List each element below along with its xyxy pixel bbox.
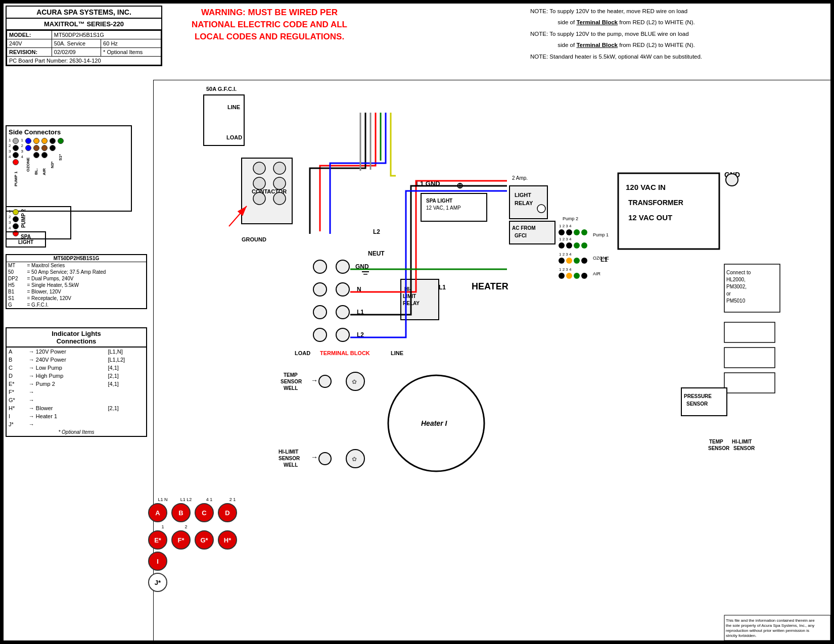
svg-rect-5	[242, 158, 292, 224]
svg-point-60	[559, 258, 565, 264]
ind-e: E*	[148, 530, 167, 550]
n3-label: N3*	[50, 152, 55, 177]
svg-text:L1 GND: L1 GND	[416, 180, 440, 187]
svg-text:Pump 1: Pump 1	[593, 232, 609, 237]
svg-rect-36	[421, 193, 487, 221]
table-row: F*→	[7, 388, 146, 396]
svg-rect-90	[724, 322, 775, 342]
ind-d: D	[218, 503, 237, 522]
warning-line1: WARNING: MUST BE WIRED PER	[173, 7, 365, 19]
ozone-label: OZONE	[26, 152, 30, 177]
svg-text:L2: L2	[357, 331, 364, 338]
blower-dots: BL.	[33, 138, 39, 184]
header-box: ACURA SPA SYSTEMS, INC. MAXITROL™ SERIES…	[6, 6, 162, 66]
ind-b: B	[171, 503, 191, 522]
svg-text:reproduction without prior wri: reproduction without prior written permi…	[726, 628, 809, 633]
svg-text:12 VAC OUT: 12 VAC OUT	[628, 213, 672, 222]
pump1-dot4	[13, 159, 19, 165]
ozone-dot1	[25, 138, 31, 144]
svg-text:⊕: ⊕	[456, 181, 463, 190]
note2: NOTE: To supply 120V to the pump, move B…	[530, 29, 828, 38]
note1: NOTE: To supply 120V to the heater, move…	[530, 7, 828, 16]
svg-point-111	[319, 453, 331, 465]
svg-text:12 VAC, 1 AMP: 12 VAC, 1 AMP	[426, 205, 461, 211]
decode-header: MT50DP2H5B1S1G	[7, 255, 146, 262]
pump1-label: PUMP 1	[14, 166, 18, 191]
svg-point-105	[346, 372, 364, 390]
svg-rect-4	[204, 95, 244, 145]
svg-text:L1: L1	[600, 256, 608, 263]
svg-point-55	[566, 242, 572, 249]
svg-text:CONTACTOR: CONTACTOR	[252, 188, 287, 194]
svg-point-56	[574, 242, 580, 249]
svg-text:TEMP: TEMP	[284, 372, 298, 378]
svg-text:HL2000,: HL2000,	[726, 277, 746, 282]
svg-text:WELL: WELL	[284, 462, 298, 468]
table-row: I→ Heater 1	[7, 412, 146, 420]
svg-point-23	[313, 306, 327, 319]
indicator-lights-box: Indicator LightsConnections A→ 120V Powe…	[6, 327, 147, 437]
svg-text:HEATER: HEATER	[472, 281, 508, 291]
pump2-dot1	[13, 209, 19, 215]
pump1-numbers: 1 2 3 4	[9, 138, 11, 159]
svg-text:LIGHT: LIGHT	[515, 192, 531, 198]
svg-text:✿: ✿	[352, 378, 357, 385]
pump1-dot1	[13, 138, 19, 144]
svg-text:1  2  3  4: 1 2 3 4	[559, 224, 572, 228]
svg-point-57	[581, 242, 587, 249]
pc-board: PC Board Part Number: 2630-14-120	[7, 57, 161, 65]
svg-text:1  2  3  4: 1 2 3 4	[559, 252, 572, 257]
svg-rect-92	[724, 373, 775, 393]
svg-text:SPA LIGHT: SPA LIGHT	[426, 198, 452, 204]
connector-grid: 1 2 3 4 PUMP 1 1 2 3 4	[9, 138, 129, 209]
ind-a: A	[148, 503, 167, 522]
warning-text: WARNING: MUST BE WIRED PER NATIONAL ELEC…	[173, 7, 365, 42]
svg-text:N: N	[357, 286, 361, 293]
company-name: ACURA SPA SYSTEMS, INC.	[7, 7, 161, 19]
s1-label: S1*	[58, 145, 63, 170]
blower-dot3	[33, 152, 39, 158]
svg-point-20	[313, 283, 327, 296]
svg-text:LOAD: LOAD	[295, 350, 310, 356]
svg-point-52	[581, 229, 587, 235]
svg-text:PM5010: PM5010	[726, 298, 746, 304]
svg-text:SENSOR: SENSOR	[733, 445, 755, 451]
svg-point-11	[253, 192, 265, 205]
ind-row2: E* F* G* H*	[148, 530, 300, 550]
note1b: side of Terminal Block from RED (L2) to …	[530, 18, 828, 27]
svg-rect-44	[509, 221, 555, 244]
pump2-dot2	[13, 216, 19, 222]
ind-i: I	[148, 552, 167, 571]
svg-point-54	[559, 242, 565, 249]
air-dot3	[41, 152, 48, 158]
svg-text:RELAY: RELAY	[403, 301, 420, 306]
svg-point-50	[566, 229, 572, 235]
svg-text:AIR: AIR	[593, 271, 601, 276]
svg-text:2 Amp.: 2 Amp.	[512, 175, 528, 181]
svg-text:L1: L1	[439, 284, 446, 291]
svg-point-24	[336, 306, 349, 319]
s1-dot1	[58, 138, 64, 144]
svg-text:SENSOR: SENSOR	[708, 445, 730, 451]
svg-text:GFCI: GFCI	[515, 233, 527, 238]
svg-text:RELAY: RELAY	[515, 200, 533, 206]
note2b: side of Terminal Block from RED (L2) to …	[530, 40, 828, 49]
svg-point-69	[581, 273, 587, 279]
svg-text:Heater I: Heater I	[421, 419, 447, 427]
service: 50A. Service	[52, 39, 101, 48]
svg-text:GND: GND	[724, 171, 740, 179]
svg-text:SENSOR: SENSOR	[281, 379, 302, 384]
outer-border	[2, 2, 832, 642]
model-label: MODEL:	[7, 31, 52, 39]
ind-f: F*	[171, 530, 191, 550]
ozone-dots: OZONE	[25, 138, 31, 177]
svg-text:the sole property of Acura Spa: the sole property of Acura Spa Systems, …	[726, 623, 814, 628]
svg-point-112	[346, 450, 364, 468]
main-container: ACURA SPA SYSTEMS, INC. MAXITROL™ SERIES…	[0, 0, 834, 644]
model-decode-table: MT50DP2H5B1S1G MT= Maxitrol Series 50= 5…	[6, 254, 147, 309]
svg-text:L2: L2	[373, 228, 380, 235]
svg-point-7	[253, 162, 265, 174]
table-row: A→ 120V Power[L1,N]	[7, 348, 146, 356]
svg-text:SENSOR: SENSOR	[686, 401, 708, 407]
svg-text:GND: GND	[355, 263, 369, 270]
